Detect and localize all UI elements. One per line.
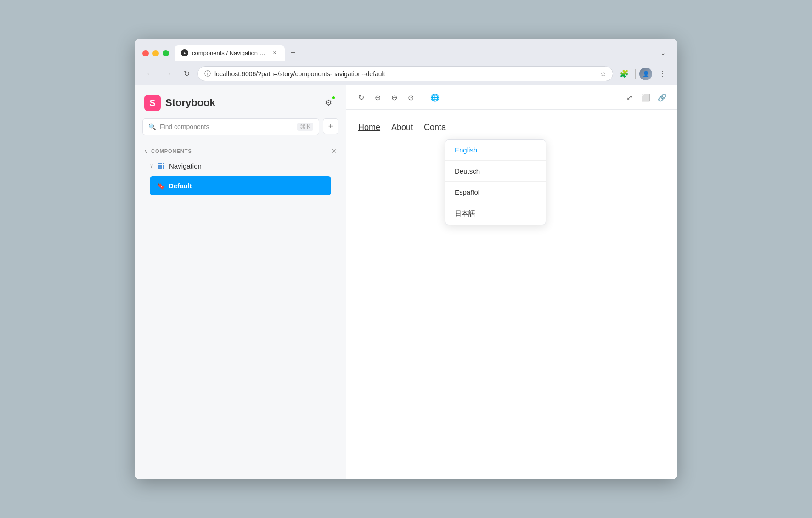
bookmark-star-icon[interactable]: ☆ — [600, 69, 606, 78]
demo-nav-about[interactable]: About — [390, 121, 414, 134]
search-placeholder-text: Find components — [160, 123, 293, 130]
sidebar-header: S Storybook ⚙ — [135, 85, 346, 118]
sidebar: S Storybook ⚙ 🔍 Find components ⌘ K + — [135, 85, 346, 479]
zoom-out-button[interactable]: ⊖ — [387, 90, 401, 105]
section-expand-chevron[interactable]: ∨ — [144, 148, 148, 154]
zoom-in-button[interactable]: ⊕ — [370, 90, 385, 105]
title-bar: components / Navigation - De × + ⌄ — [135, 39, 677, 62]
address-bar[interactable]: ⓘ localhost:6006/?path=/story/components… — [197, 66, 613, 81]
toolbar-right: ⤢ ⬜ 🔗 — [622, 90, 670, 105]
tab-title: components / Navigation - De — [192, 50, 267, 56]
external-link-button[interactable]: ⬜ — [638, 90, 653, 105]
section-close-icon[interactable]: ✕ — [331, 148, 337, 154]
lang-option-espanol[interactable]: Español — [445, 182, 546, 203]
forward-button[interactable]: → — [161, 67, 175, 81]
zoom-in-icon: ⊕ — [375, 93, 381, 102]
back-button[interactable]: ← — [142, 67, 157, 81]
preview-refresh-button[interactable]: ↻ — [354, 90, 368, 105]
toolbar-divider — [423, 93, 423, 102]
url-text: localhost:6006/?path=/story/components-n… — [214, 70, 596, 78]
section-title-wrap: ∨ COMPONENTS — [144, 148, 192, 154]
browser-window: components / Navigation - De × + ⌄ ← → ↻… — [135, 39, 677, 479]
lang-option-japanese[interactable]: 日本語 — [445, 203, 546, 225]
minimize-window-button[interactable] — [152, 50, 159, 56]
language-dropdown: English Deutsch Español 日本語 — [445, 139, 546, 225]
default-story-label: Default — [169, 182, 192, 190]
bookmark-icon: 🔖 — [157, 182, 165, 190]
copy-link-button[interactable]: 🔗 — [655, 90, 670, 105]
preview-toolbar: ↻ ⊕ ⊖ ⊙ 🌐 ⤢ — [346, 85, 677, 110]
section-title: COMPONENTS — [151, 148, 192, 154]
expand-icon: ⤢ — [626, 93, 632, 102]
components-section: ∨ COMPONENTS ✕ ∨ Navigation — [135, 142, 346, 200]
storybook-logo: S Storybook — [144, 95, 215, 111]
new-tab-button[interactable]: + — [287, 46, 299, 59]
settings-notification-dot — [331, 96, 336, 100]
preview-area: ↻ ⊕ ⊖ ⊙ 🌐 ⤢ — [346, 85, 677, 479]
storybook-icon: S — [144, 95, 161, 111]
language-button[interactable]: 🌐 — [428, 90, 442, 105]
nav-item-chevron-icon: ∨ — [150, 163, 153, 169]
tabs-chevron-button[interactable]: ⌄ — [657, 46, 670, 59]
add-story-button[interactable]: + — [323, 118, 338, 134]
demo-navigation: Home About Conta — [357, 121, 666, 134]
search-area: 🔍 Find components ⌘ K + — [135, 118, 346, 142]
section-header: ∨ COMPONENTS ✕ — [142, 144, 338, 158]
maximize-window-button[interactable] — [163, 50, 169, 56]
fit-button[interactable]: ⊙ — [403, 90, 418, 105]
info-icon: ⓘ — [204, 70, 211, 78]
nav-bar: ← → ↻ ⓘ localhost:6006/?path=/story/comp… — [135, 62, 677, 85]
refresh-button[interactable]: ↻ — [179, 67, 194, 81]
traffic-lights — [142, 50, 169, 56]
tabs-area: components / Navigation - De × + ⌄ — [175, 45, 670, 61]
gear-icon: ⚙ — [325, 98, 332, 108]
link-icon: 🔗 — [658, 93, 667, 102]
preview-content: Home About Conta English Deutsch Español… — [346, 110, 677, 479]
demo-nav-home[interactable]: Home — [357, 121, 381, 134]
extensions-button[interactable]: 🧩 — [617, 67, 632, 81]
search-shortcut-badge: ⌘ K — [297, 123, 313, 131]
extension-icon: 🧩 — [620, 69, 629, 78]
navigation-item-label: Navigation — [169, 162, 202, 170]
refresh-icon: ↻ — [358, 93, 364, 102]
main-content: S Storybook ⚙ 🔍 Find components ⌘ K + — [135, 85, 677, 479]
nav-right-icons: 🧩 👤 ⋮ — [617, 67, 670, 81]
demo-nav-contact[interactable]: Conta — [423, 121, 447, 134]
grid-icon — [157, 162, 165, 170]
lang-option-deutsch[interactable]: Deutsch — [445, 161, 546, 181]
default-story-button[interactable]: 🔖 Default — [150, 176, 331, 195]
globe-icon: 🌐 — [430, 93, 440, 102]
grid-icon-visual — [158, 163, 164, 169]
nav-divider — [635, 69, 636, 79]
search-box[interactable]: 🔍 Find components ⌘ K — [142, 118, 319, 135]
search-icon: 🔍 — [148, 123, 156, 130]
active-tab[interactable]: components / Navigation - De × — [175, 45, 285, 61]
settings-button[interactable]: ⚙ — [320, 95, 337, 111]
tab-favicon — [181, 49, 188, 56]
external-icon: ⬜ — [641, 93, 650, 102]
more-options-button[interactable]: ⋮ — [655, 67, 670, 81]
fullscreen-button[interactable]: ⤢ — [622, 90, 637, 105]
avatar-image: 👤 — [639, 68, 652, 80]
profile-avatar[interactable]: 👤 — [639, 68, 652, 80]
zoom-out-icon: ⊖ — [391, 93, 397, 102]
fit-icon: ⊙ — [408, 93, 414, 102]
navigation-item[interactable]: ∨ Navigation — [142, 158, 338, 174]
tab-close-button[interactable]: × — [271, 49, 278, 56]
close-window-button[interactable] — [142, 50, 149, 56]
lang-option-english[interactable]: English — [445, 140, 546, 160]
storybook-name: Storybook — [165, 97, 215, 109]
